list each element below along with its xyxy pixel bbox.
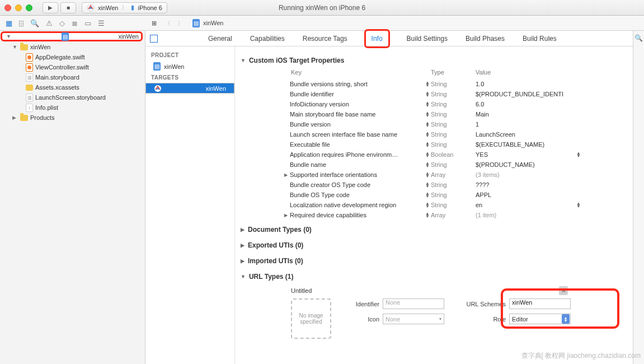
project-item[interactable]: ▤ xinWen [145,60,234,72]
plist-row[interactable]: Bundle identifier▲▼String$(PRODUCT_BUNDL… [241,89,627,99]
run-button[interactable]: ▶ [43,2,58,13]
disclosure-triangle-icon[interactable]: ▼ [241,274,246,279]
scheme-selector[interactable]: xinWen 〉 ▮ iPhone 6 [82,2,167,13]
project-root[interactable]: ▼ ▤ xinWen [1,31,143,41]
url-schemes-input[interactable]: xinWen [509,298,571,309]
delete-url-type-button[interactable]: ✕ [559,286,568,295]
file-row[interactable]: ▥ Main.storyboard [0,72,145,82]
target-item[interactable]: xinWen [145,83,234,94]
plist-row[interactable]: Main storyboard file base name▲▼StringMa… [241,109,627,119]
disclosure-triangle-icon[interactable]: ▶ [241,227,245,232]
disclosure-triangle-icon[interactable]: ▶ [241,258,245,264]
key-stepper-icon[interactable]: ▲▼ [424,192,431,198]
quick-help-icon[interactable]: 🔍 [634,34,643,42]
tab-build-phases[interactable]: Build Phases [464,32,506,45]
nav-back-icon[interactable]: 〈 [164,19,171,27]
plist-row[interactable]: Bundle OS Type code▲▼StringAPPL [241,190,627,200]
tab-build-rules[interactable]: Build Rules [521,32,558,45]
key-stepper-icon[interactable]: ▲▼ [424,142,431,147]
tab-resource-tags[interactable]: Resource Tags [302,32,349,45]
file-row[interactable]: AppDelegate.swift [0,52,145,62]
plist-value: YES [476,151,576,158]
plist-row[interactable]: ▶Required device capabilities▲▼Array(1 i… [241,210,627,220]
zoom-window-icon[interactable] [26,4,32,11]
symbol-navigator-icon[interactable]: ⌹ [19,19,23,27]
column-type: Type [431,69,476,76]
file-row[interactable]: Assets.xcassets [0,82,145,92]
key-stepper-icon[interactable]: ▲▼ [424,202,431,208]
identifier-input[interactable]: None [383,298,444,309]
icon-select[interactable]: None ▾ [383,314,444,324]
plist-key: InfoDictionary version [290,101,424,108]
tab-general[interactable]: General [207,32,233,45]
section-header[interactable]: ▶ Exported UTIs (0) [241,239,627,251]
plist-row[interactable]: Bundle name▲▼String$(PRODUCT_NAME) [241,160,627,170]
url-left-fields: Identifier None Icon None ▾ [345,298,444,339]
related-items-icon[interactable]: ⊞ [150,19,158,27]
close-window-icon[interactable] [4,4,11,11]
key-stepper-icon[interactable]: ▲▼ [424,212,431,218]
key-stepper-icon[interactable]: ▲▼ [424,101,431,107]
search-navigator-icon[interactable]: 🔍 [30,19,39,27]
disclosure-triangle-icon[interactable]: ▶ [284,213,290,218]
key-stepper-icon[interactable]: ▲▼ [424,91,431,97]
disclosure-triangle-icon[interactable]: ▶ [284,172,290,178]
key-stepper-icon[interactable]: ▲▼ [424,81,431,87]
tab-capabilities[interactable]: Capabilities [249,32,286,45]
window-titlebar: ▶ ■ xinWen 〉 ▮ iPhone 6 Running xinWen o… [0,0,644,16]
plist-row[interactable]: Application requires iPhone environm…▲▼B… [241,150,627,160]
plist-row[interactable]: Bundle version▲▼String1 [241,119,627,129]
minimize-window-icon[interactable] [15,4,22,11]
plist-row[interactable]: ▶Supported interface orientations▲▼Array… [241,170,627,180]
file-row[interactable]: ▥ LaunchScreen.storyboard [0,92,145,102]
section-header[interactable]: ▶ Document Types (0) [241,223,627,236]
key-stepper-icon[interactable]: ▲▼ [424,172,431,178]
test-navigator-icon[interactable]: ◇ [59,19,65,27]
file-row[interactable]: i Info.plist [0,102,145,113]
nav-forward-icon[interactable]: 〉 [177,19,184,27]
section-header[interactable]: ▼ Custom iOS Target Properties [241,54,627,67]
url-right-fields: URL Schemes xinWen Role Editor ▲▼ [461,298,571,339]
key-stepper-icon[interactable]: ▲▼ [424,162,431,167]
report-navigator-icon[interactable]: ☰ [98,19,105,27]
outline-toggle-icon[interactable] [150,35,158,43]
section-header[interactable]: ▶ Imported UTIs (0) [241,255,627,267]
project-navigator-icon[interactable]: ▦ [6,19,12,27]
stop-button[interactable]: ■ [60,2,76,13]
tab-build-settings[interactable]: Build Settings [406,32,449,45]
value-stepper-icon[interactable]: ▲▼ [576,152,583,157]
plist-row[interactable]: Bundle versions string, short▲▼String1.0 [241,79,627,89]
debug-navigator-icon[interactable]: ≣ [72,19,78,27]
disclosure-triangle-icon[interactable]: ▼ [12,44,18,50]
issue-navigator-icon[interactable]: ⚠ [46,19,53,27]
value-stepper-icon[interactable]: ▲▼ [576,202,583,208]
key-stepper-icon[interactable]: ▲▼ [424,132,431,137]
plist-row[interactable]: Bundle creator OS Type code▲▼String???? [241,180,627,190]
plist-type: String [431,101,476,108]
key-stepper-icon[interactable]: ▲▼ [424,152,431,157]
key-stepper-icon[interactable]: ▲▼ [424,111,431,117]
disclosure-triangle-icon[interactable]: ▶ [241,242,245,248]
plist-row[interactable]: InfoDictionary version▲▼String6.0 [241,99,627,109]
disclosure-triangle-icon[interactable]: ▼ [241,58,246,63]
plist-row[interactable]: Launch screen interface file base name▲▼… [241,129,627,139]
plist-row[interactable]: Executable file▲▼String$(EXECUTABLE_NAME… [241,139,627,150]
key-stepper-icon[interactable]: ▲▼ [424,182,431,188]
file-row[interactable]: ViewController.swift [0,62,145,72]
group-row[interactable]: ▼ xinWen [0,42,145,52]
tab-info[interactable]: Info [370,32,384,45]
plist-type: String [431,81,476,87]
plist-type: String [431,111,476,118]
image-well[interactable]: No image specified [291,298,331,339]
jump-bar[interactable]: ⊞ 〈 〉 ▤ xinWen [145,16,644,30]
disclosure-triangle-icon[interactable]: ▼ [6,34,12,39]
plist-value: LaunchScreen [476,131,576,138]
plist-row[interactable]: Localization native development region▲▼… [241,200,627,210]
project-root-label: xinWen [119,33,139,40]
disclosure-triangle-icon[interactable]: ▶ [12,115,18,120]
key-stepper-icon[interactable]: ▲▼ [424,122,431,127]
role-select[interactable]: Editor ▲▼ [509,314,571,324]
group-row[interactable]: ▶ Products [0,113,145,123]
section-header[interactable]: ▼ URL Types (1) [241,270,627,283]
breakpoint-navigator-icon[interactable]: ▭ [84,19,91,27]
